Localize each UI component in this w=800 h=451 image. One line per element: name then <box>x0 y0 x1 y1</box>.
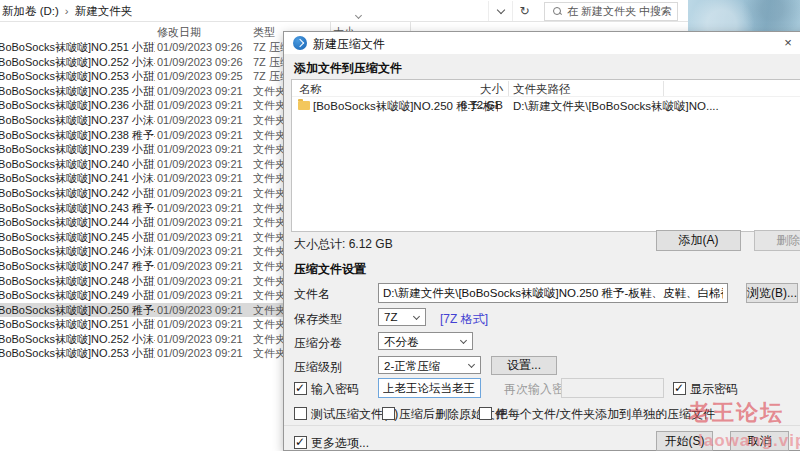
file-name: [BoBoSocks袜啵啵]NO.251 小甜豆-高... <box>0 40 155 55</box>
format-link[interactable]: [7Z 格式] <box>440 311 488 328</box>
file-name: [BoBoSocks袜啵啵]NO.249 小甜豆稚予... <box>0 288 155 303</box>
archive-item-path: D:\新建文件夹\[BoBoSocks袜啵啵]NO.... <box>513 99 800 114</box>
split-volume-select[interactable]: 不分卷 <box>378 332 473 350</box>
file-name: [BoBoSocks袜啵啵]NO.253 小甜豆-两... <box>0 69 155 84</box>
file-date: 01/09/2023 09:21 <box>157 113 251 128</box>
file-name: [BoBoSocks袜啵啵]NO.247 稚予-皮鞋... <box>0 259 155 274</box>
more-options-label[interactable]: 更多选项... <box>311 435 369 451</box>
dialog-title: 新建压缩文件 <box>313 36 385 53</box>
file-date: 01/09/2023 09:21 <box>157 142 251 157</box>
close-icon[interactable]: × <box>780 35 796 51</box>
refresh-button[interactable]: ↻ <box>512 1 536 21</box>
file-date: 01/09/2023 09:21 <box>157 244 251 259</box>
confirm-password-field <box>561 378 664 398</box>
save-type-label: 保存类型 <box>294 311 342 328</box>
file-name: [BoBoSocks袜啵啵]NO.238 稚予-皮鞋... <box>0 128 155 143</box>
file-name: [BoBoSocks袜啵啵]NO.236 小甜豆稚予... <box>0 98 155 113</box>
save-type-select[interactable]: 7Z <box>378 308 426 326</box>
save-type-value: 7Z <box>384 311 397 323</box>
more-options-checkbox[interactable] <box>294 436 307 449</box>
settings-button[interactable]: 设置... <box>491 356 557 375</box>
file-date: 01/09/2023 09:21 <box>157 303 251 318</box>
file-date: 01/09/2023 09:21 <box>157 157 251 172</box>
file-name: [BoBoSocks袜啵啵]NO.237 小沫-高跟... <box>0 113 155 128</box>
show-password-checkbox[interactable] <box>673 382 686 395</box>
new-archive-dialog: 新建压缩文件 × 添加文件到压缩文件 名称 大小 文件夹路径 [BoBoSock… <box>283 31 800 451</box>
chevron-down-icon <box>468 361 475 368</box>
separate-archives-label[interactable]: 把每个文件/文件夹添加到单独的压缩文件 <box>496 406 715 423</box>
explorer-address-bar: 新加卷 (D:)›新建文件夹 ↻ 在 新建文件夹 中搜索 <box>0 0 688 22</box>
archive-col-path[interactable]: 文件夹路径 <box>513 82 571 97</box>
column-header-date[interactable]: 修改日期 <box>157 25 201 40</box>
file-date: 01/09/2023 09:21 <box>157 274 251 289</box>
desktop-wallpaper <box>688 0 800 31</box>
chevron-down-icon <box>496 5 504 13</box>
breadcrumb-folder[interactable]: 新建文件夹 <box>75 5 133 17</box>
archive-file-list[interactable]: 名称 大小 文件夹路径 [BoBoSocks袜啵啵]NO.250 稚予-板鞋..… <box>291 79 800 232</box>
add-button[interactable]: 添加(A) <box>656 230 741 251</box>
archive-settings-section-title: 压缩文件设置 <box>294 261 366 278</box>
search-icon <box>553 7 561 15</box>
file-date: 01/09/2023 09:21 <box>157 171 251 186</box>
folder-icon <box>298 101 310 110</box>
file-name: [BoBoSocks袜啵啵]NO.240 小甜豆-三... <box>0 157 155 172</box>
file-name: [BoBoSocks袜啵啵]NO.235 小甜豆-两... <box>0 84 155 99</box>
column-divider[interactable] <box>508 81 509 96</box>
refresh-icon: ↻ <box>519 4 529 18</box>
compression-level-select[interactable]: 2-正常压缩 <box>378 356 481 374</box>
divider <box>284 425 800 426</box>
breadcrumb-separator: › <box>65 5 69 17</box>
archive-col-name[interactable]: 名称 <box>299 82 322 97</box>
split-volume-label: 压缩分卷 <box>294 335 342 352</box>
chevron-down-icon <box>460 337 467 344</box>
column-divider[interactable] <box>663 81 664 96</box>
test-archive-checkbox[interactable] <box>294 407 307 420</box>
archive-item-size: 6.12 GB <box>432 99 503 111</box>
add-files-section-title: 添加文件到压缩文件 <box>294 60 402 77</box>
start-button[interactable]: 开始(S) <box>656 431 713 451</box>
file-date: 01/09/2023 09:21 <box>157 186 251 201</box>
file-name: [BoBoSocks袜啵啵]NO.252 小沫-板鞋... <box>0 55 155 70</box>
breadcrumb: 新加卷 (D:)›新建文件夹 <box>2 4 132 19</box>
split-volume-value: 不分卷 <box>384 335 419 350</box>
file-date: 01/09/2023 09:21 <box>157 259 251 274</box>
archive-list-header: 名称 大小 文件夹路径 <box>292 80 800 97</box>
file-name: [BoBoSocks袜啵啵]NO.239 小甜豆-棉... <box>0 142 155 157</box>
file-date: 01/09/2023 09:21 <box>157 288 251 303</box>
filename-field[interactable] <box>378 283 728 303</box>
file-date: 01/09/2023 09:21 <box>157 98 251 113</box>
file-date: 01/09/2023 09:21 <box>157 230 251 245</box>
browse-button[interactable]: 浏览(B)... <box>746 283 798 303</box>
file-name: [BoBoSocks袜啵啵]NO.242 小甜豆-高... <box>0 186 155 201</box>
search-input[interactable]: 在 新建文件夹 中搜索 <box>544 2 678 21</box>
archive-list-row[interactable]: [BoBoSocks袜啵啵]NO.250 稚予-板鞋... 6.12 GB D:… <box>292 98 800 114</box>
dialog-titlebar[interactable]: 新建压缩文件 × <box>284 32 800 54</box>
file-date: 01/09/2023 09:21 <box>157 346 251 361</box>
file-date: 01/09/2023 09:21 <box>157 84 251 99</box>
file-date: 01/09/2023 09:21 <box>157 128 251 143</box>
search-placeholder: 在 新建文件夹 中搜索 <box>567 4 672 19</box>
cancel-button[interactable]: 取消 <box>730 431 789 451</box>
separate-archives-checkbox[interactable] <box>479 407 492 420</box>
file-date: 01/09/2023 09:26 <box>157 40 251 55</box>
password-field[interactable] <box>378 378 481 398</box>
file-date: 01/09/2023 09:21 <box>157 215 251 230</box>
file-name: [BoBoSocks袜啵啵]NO.244 小甜豆-高... <box>0 215 155 230</box>
file-date: 01/09/2023 09:25 <box>157 69 251 84</box>
breadcrumb-drive[interactable]: 新加卷 (D:) <box>2 5 59 17</box>
file-date: 01/09/2023 09:26 <box>157 55 251 70</box>
password-checkbox-label[interactable]: 输入密码 <box>311 381 359 398</box>
address-dropdown-button[interactable] <box>488 1 512 21</box>
file-date: 01/09/2023 09:21 <box>157 332 251 347</box>
show-password-label[interactable]: 显示密码 <box>690 381 738 398</box>
file-name: [BoBoSocks袜啵啵]NO.252 小沫-板鞋... <box>0 332 155 347</box>
archive-app-icon <box>293 36 307 50</box>
delete-after-checkbox[interactable] <box>382 407 395 420</box>
delete-button[interactable]: 删除(D) <box>754 230 800 251</box>
password-checkbox[interactable] <box>294 382 307 395</box>
file-name: [BoBoSocks袜啵啵]NO.245 小甜豆-高... <box>0 230 155 245</box>
file-name: [BoBoSocks袜啵啵]NO.250 稚予-板鞋... <box>0 303 155 318</box>
archive-col-size[interactable]: 大小 <box>432 82 503 97</box>
column-header-type[interactable]: 类型 <box>253 25 275 40</box>
compression-level-value: 2-正常压缩 <box>384 359 440 374</box>
